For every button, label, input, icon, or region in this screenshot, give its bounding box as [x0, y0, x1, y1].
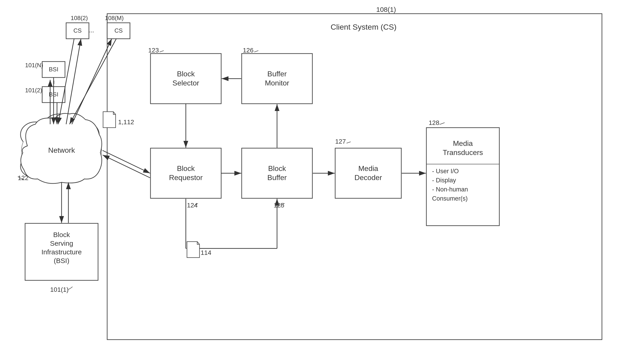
ref-128-label: 128	[429, 119, 439, 126]
ref-125-label: 125	[274, 202, 284, 209]
ref-114-label: 114	[201, 249, 211, 256]
svg-rect-16	[151, 54, 221, 104]
svg-marker-14	[103, 112, 116, 128]
buffer-monitor-label2: Monitor	[265, 79, 289, 87]
bsin-box-label: BSI	[49, 66, 58, 73]
bsi-box-title4: (BSI)	[54, 257, 69, 264]
dots-cs: ···	[88, 28, 94, 35]
bsi-box-title2: Serving	[50, 240, 73, 247]
transducer-item3: - Non-human	[432, 186, 468, 193]
media-decoder-label2: Decoder	[354, 173, 382, 182]
network-cloud: Network	[20, 114, 102, 184]
ref-112-label: 1,112	[118, 118, 134, 126]
media-transducers-label1: Media	[453, 139, 473, 148]
ref-124-label: 124	[187, 202, 198, 209]
bsin-ref-label: 101(N)	[25, 62, 43, 69]
block-requestor-label1: Block	[177, 164, 195, 172]
svg-rect-20	[335, 148, 401, 198]
bsi1-ref-label: 101(1)	[50, 286, 69, 293]
file-icon-114	[187, 242, 199, 258]
ref-126-label: 126	[243, 47, 253, 54]
transducer-item1: - User I/O	[432, 168, 459, 174]
cs2-ref-label: 108(2)	[71, 15, 88, 21]
svg-rect-19	[242, 148, 312, 198]
cs-main-label: Client System (CS)	[330, 22, 396, 31]
transducer-item2: - Display	[432, 177, 456, 184]
svg-marker-15	[187, 242, 199, 258]
media-decoder-label1: Media	[358, 164, 378, 172]
block-buffer-label2: Buffer	[268, 173, 287, 182]
svg-rect-18	[151, 148, 221, 198]
file-icon-112	[103, 112, 116, 128]
cs-ref-label: 108(1)	[376, 6, 396, 13]
block-buffer-label1: Block	[268, 164, 286, 172]
svg-rect-17	[242, 54, 312, 104]
cs2-box-label: CS	[73, 27, 82, 34]
csm-ref-label: 108(M)	[105, 15, 124, 21]
bsi-box-title1: Block	[53, 231, 70, 238]
media-transducers-label2: Transducers	[443, 148, 483, 157]
block-requestor-label2: Requestor	[169, 173, 203, 182]
ref-123-label: 123	[148, 47, 159, 54]
network-label: Network	[48, 146, 75, 154]
block-selector-label1: Block	[177, 70, 195, 78]
network-ref-label: 122	[18, 174, 28, 181]
bsi2-ref-label: 101(2)	[25, 87, 42, 94]
bsi-box-title3: Infrastructure	[41, 248, 82, 256]
buffer-monitor-label1: Buffer	[268, 70, 287, 78]
csm-box-label: CS	[115, 27, 123, 34]
ref-127-label: 127	[335, 138, 346, 145]
transducer-item4: Consumer(s)	[432, 195, 468, 202]
block-selector-label2: Selector	[172, 79, 199, 87]
